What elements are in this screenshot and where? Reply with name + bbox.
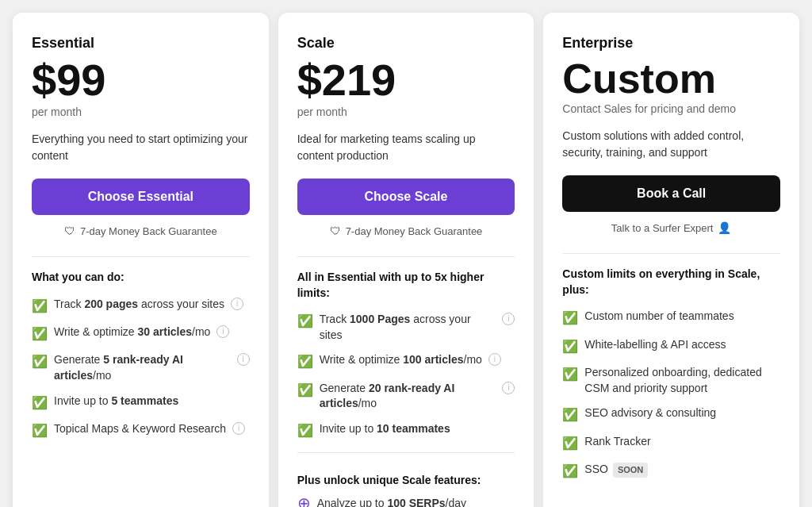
soon-badge: SOON [613,463,648,478]
feature-item-essential-2: ✅Generate 5 rank-ready AI articles/moi [32,352,250,383]
money-back-essential: 🛡7-day Money Back Guarantee [32,225,250,237]
sub-feature-item-scale-0: ⊕Analyze up to 100 SERPs/day [297,496,515,507]
sub-features-header-scale: Plus unlock unique Scale features: [297,474,515,486]
check-icon: ✅ [297,353,313,371]
check-icon: ✅ [32,298,48,315]
feature-text-essential-2: Generate 5 rank-ready AI articles/mo [54,352,231,383]
plan-period-enterprise: Contact Sales for pricing and demo [562,102,780,115]
sub-feature-text-scale-0: Analyze up to 100 SERPs/day [317,496,466,507]
guarantee-text-essential: 7-day Money Back Guarantee [80,225,217,237]
check-icon: ✅ [32,422,48,440]
pricing-card-scale: Scale$219per monthIdeal for marketing te… [278,13,534,507]
plan-name-scale: Scale [297,35,515,52]
plan-name-enterprise: Enterprise [562,35,780,52]
guarantee-text-scale: 7-day Money Back Guarantee [346,225,483,237]
feature-text-essential-0: Track 200 pages across your sites [54,297,224,313]
info-icon-essential-4[interactable]: i [232,422,245,435]
divider-essential [32,256,250,257]
plan-period-scale: per month [297,106,515,118]
shield-icon: 🛡 [330,225,341,237]
features-header-enterprise: Custom limits on everything in Scale, pl… [562,267,780,298]
info-icon-scale-2[interactable]: i [502,382,515,394]
check-icon: ✅ [32,353,48,371]
feature-text-enterprise-0: Custom number of teammates [584,309,733,325]
feature-text-enterprise-3: SEO advisory & consulting [584,405,716,421]
plan-period-essential: per month [32,106,250,118]
plan-description-enterprise: Custom solutions with added control, sec… [562,128,780,161]
feature-item-enterprise-1: ✅White-labelling & API access [562,337,780,355]
feature-item-scale-0: ✅Track 1000 Pages across your sitesi [297,312,515,343]
info-icon-essential-1[interactable]: i [216,325,229,338]
check-icon: ✅ [297,313,313,330]
feature-text-enterprise-2: Personalized onboarding, dedicated CSM a… [584,365,780,396]
feature-item-scale-2: ✅Generate 20 rank-ready AI articles/moi [297,381,515,412]
divider-scale [297,256,515,257]
check-icon: ✅ [562,406,578,424]
feature-item-essential-1: ✅Write & optimize 30 articles/moi [32,325,250,343]
check-icon: ✅ [297,422,313,440]
cta-button-scale[interactable]: Choose Scale [297,179,515,215]
check-icon: ✅ [562,309,578,327]
person-icon: 👤 [718,221,731,234]
cta-button-enterprise[interactable]: Book a Call [562,175,780,212]
check-icon: ✅ [32,325,48,343]
feature-item-essential-3: ✅Invite up to 5 teammates [32,394,250,412]
feature-text-enterprise-5: SSOSOON [584,462,648,478]
plan-description-scale: Ideal for marketing teams scaling up con… [297,131,515,164]
check-icon: ✅ [562,338,578,355]
pricing-card-enterprise: EnterpriseCustomContact Sales for pricin… [543,13,799,507]
plan-price-enterprise: Custom [562,58,780,99]
feature-text-essential-4: Topical Maps & Keyword Research [54,421,226,437]
features-header-scale: All in Essential with up to 5x higher li… [297,270,515,301]
cta-button-essential[interactable]: Choose Essential [32,179,250,215]
plan-name-essential: Essential [32,35,250,52]
info-icon-scale-1[interactable]: i [488,353,501,366]
feature-text-scale-0: Track 1000 Pages across your sites [320,312,496,343]
talk-expert-enterprise[interactable]: Talk to a Surfer Expert👤 [562,221,780,234]
sub-divider-scale [297,452,515,453]
plus-icon-sub: ⊕ [297,495,311,507]
check-icon: ✅ [297,382,313,399]
pricing-card-essential: Essential$99per monthEverything you need… [13,13,269,507]
info-icon-essential-0[interactable]: i [231,298,243,310]
feature-text-scale-2: Generate 20 rank-ready AI articles/mo [320,381,496,412]
plan-price-scale: $219 [297,58,515,102]
feature-item-essential-0: ✅Track 200 pages across your sitesi [32,297,250,315]
feature-item-enterprise-0: ✅Custom number of teammates [562,309,780,327]
feature-item-enterprise-3: ✅SEO advisory & consulting [562,405,780,424]
check-icon: ✅ [562,366,578,383]
feature-text-scale-1: Write & optimize 100 articles/mo [320,352,482,368]
feature-item-enterprise-4: ✅Rank Tracker [562,434,780,452]
feature-text-enterprise-4: Rank Tracker [584,434,650,450]
features-header-essential: What you can do: [32,270,250,286]
check-icon: ✅ [32,394,48,412]
check-icon: ✅ [562,435,578,452]
pricing-container: Essential$99per monthEverything you need… [13,13,799,507]
feature-item-scale-3: ✅Invite up to 10 teammates [297,421,515,440]
feature-item-enterprise-2: ✅Personalized onboarding, dedicated CSM … [562,365,780,396]
talk-expert-text-enterprise: Talk to a Surfer Expert [611,222,714,234]
plan-description-essential: Everything you need to start optimizing … [32,131,250,164]
feature-text-scale-3: Invite up to 10 teammates [320,421,450,437]
feature-item-enterprise-5: ✅SSOSOON [562,462,780,480]
check-icon: ✅ [562,463,578,480]
info-icon-essential-2[interactable]: i [237,353,250,366]
info-icon-scale-0[interactable]: i [502,313,515,325]
feature-item-essential-4: ✅Topical Maps & Keyword Researchi [32,421,250,440]
feature-text-enterprise-1: White-labelling & API access [584,337,726,353]
feature-text-essential-3: Invite up to 5 teammates [54,394,178,409]
money-back-scale: 🛡7-day Money Back Guarantee [297,225,515,237]
divider-enterprise [562,253,780,254]
plan-price-essential: $99 [32,58,250,102]
feature-item-scale-1: ✅Write & optimize 100 articles/moi [297,352,515,371]
feature-text-essential-1: Write & optimize 30 articles/mo [54,325,210,340]
shield-icon: 🛡 [64,225,75,237]
